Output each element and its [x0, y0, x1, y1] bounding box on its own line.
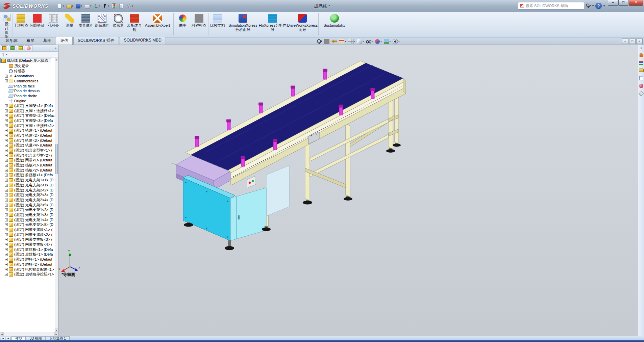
tree-item[interactable]: +(固定) 支脚；连接杆<1>	[0, 108, 54, 113]
tree-item[interactable]: +(固定) 轨道<4> (Défaut	[0, 143, 54, 148]
ribbon-button-assemblyxpert[interactable]: AssemblyXpert	[143, 13, 172, 36]
expander[interactable]: +	[5, 124, 8, 127]
expander[interactable]: +	[5, 114, 8, 117]
section-view-button[interactable]: ▾	[338, 38, 347, 45]
tab-SOLIDWORKS MBD[interactable]: SOLIDWORKS MBD	[120, 37, 166, 45]
expander[interactable]: +	[5, 223, 8, 226]
expander[interactable]: +	[5, 273, 8, 276]
tree-item[interactable]: +(固定) 支脚；连接杆<2>	[0, 123, 54, 128]
taskpane-appearances-button[interactable]	[639, 83, 644, 88]
sensor-bracket[interactable]	[291, 86, 295, 96]
filter-dropdown-arrow[interactable]: ▾	[6, 53, 7, 56]
expander[interactable]: +	[5, 258, 8, 261]
sensor-bracket[interactable]	[323, 69, 327, 79]
tree-item[interactable]: +(固定) 挡板<2> (Défaut	[0, 168, 54, 173]
sensor-bracket[interactable]	[259, 103, 263, 113]
expander[interactable]: +	[5, 134, 8, 137]
tree-item[interactable]: +(固定) 光电支架1<3> (D	[0, 212, 54, 217]
hide-show-items-button[interactable]: ▾	[365, 38, 374, 45]
ribbon-button-measure[interactable]: 测量	[61, 13, 78, 36]
scroll-left-arrow[interactable]: ◀	[0, 332, 4, 336]
tree-item[interactable]: +Annotations	[0, 74, 54, 79]
dropdown-arrow[interactable]: ▾	[81, 5, 82, 7]
search-input[interactable]: 搜索 SOLIDWORKS 帮助	[518, 2, 584, 9]
tree-item[interactable]: +(固定) 支脚架<1> (Défa	[0, 103, 54, 108]
help-dropdown-arrow[interactable]: ▾	[603, 4, 605, 7]
expander[interactable]: +	[5, 268, 8, 271]
tab-SOLIDWORKS 插件[interactable]: SOLIDWORKS 插件	[73, 37, 119, 45]
sensor-bracket[interactable]	[227, 120, 231, 130]
dropdown-arrow[interactable]: ▾	[90, 5, 92, 7]
tree-item[interactable]: +(固定) 光电支架2<3> (D	[0, 192, 54, 198]
zoom-area-button[interactable]	[323, 38, 330, 45]
expander[interactable]: +	[5, 189, 8, 192]
tree-item[interactable]: Plan de dessus	[0, 88, 54, 94]
ribbon-button-hole-align[interactable]: 孔对齐	[45, 13, 61, 36]
expander[interactable]: +	[5, 149, 8, 152]
ribbon-button-simulationxpress[interactable]: SimulationXpress分析向导	[228, 13, 258, 36]
rebuild-button[interactable]	[111, 2, 117, 10]
display-style-button[interactable]: ▾	[356, 38, 365, 45]
dropdown-arrow[interactable]: ▾	[108, 5, 109, 7]
dropdown-arrow[interactable]: ▾	[380, 40, 382, 43]
expander[interactable]: +	[5, 233, 8, 236]
ribbon-button-assembly-visual[interactable]: 装配体直观	[126, 13, 143, 36]
panel-tab-propertymanager[interactable]	[9, 45, 16, 51]
tree-item[interactable]: +(固定) 铝合金型材<2> (	[0, 153, 54, 158]
tree-item[interactable]: +(固定) 电控箱装配体<1>	[0, 267, 54, 272]
dropdown-arrow[interactable]: ▾	[398, 40, 400, 43]
doc-minimize-button[interactable]: –	[622, 38, 628, 44]
expander[interactable]: +	[5, 139, 8, 142]
tree-item[interactable]: +(固定) 网带支撑板<3> (	[0, 237, 54, 242]
tree-vertical-scrollbar[interactable]: ▲ ▼	[55, 58, 58, 332]
tree-item[interactable]: +(固定) 光电支架1<5> (D	[0, 222, 54, 228]
tree-horizontal-scrollbar[interactable]: ◀ ▶	[0, 332, 58, 336]
tree-item[interactable]: Origine	[0, 98, 54, 103]
expander[interactable]: +	[5, 213, 8, 216]
taskpane-collapse-button[interactable]: «	[640, 46, 642, 50]
tree-item[interactable]: +(固定) 光电支架1<2> (D	[0, 207, 54, 212]
tree-item[interactable]: 传感器	[0, 69, 54, 74]
tree-item[interactable]: +(固定) 光电支架1<1> (D	[0, 178, 54, 183]
bottom-tab-运动算例 1[interactable]: 运动算例 1	[46, 336, 70, 340]
panel-tabs-overflow[interactable]: »	[54, 46, 57, 50]
tree-item[interactable]: Plan de face	[0, 83, 54, 88]
expander[interactable]: +	[5, 238, 8, 241]
dropdown-arrow[interactable]: ▾	[63, 5, 64, 7]
scroll-button[interactable]: ◀	[1, 337, 5, 340]
expander[interactable]: +	[5, 119, 8, 122]
bottom-tab-模型[interactable]: 模型	[11, 336, 26, 340]
expander[interactable]: +	[5, 164, 8, 167]
tree-item[interactable]: +(固定) 网带<1> (Défaut	[0, 158, 54, 163]
tab-草图[interactable]: 草图	[39, 37, 56, 45]
expander[interactable]: +	[5, 154, 8, 157]
panel-tab-featuremanager[interactable]	[1, 45, 8, 51]
tab-评估[interactable]: 评估	[56, 37, 73, 45]
view-settings-button[interactable]: ▾	[392, 38, 400, 45]
tree-item[interactable]: +(固定) 轨道<1> (Défaut	[0, 128, 54, 133]
expander[interactable]: +	[5, 169, 8, 172]
search-dropdown-arrow[interactable]: ▾	[592, 4, 594, 7]
tree-item[interactable]: +(固定) 网带支撑板<1> (	[0, 227, 54, 232]
file-properties-button[interactable]	[118, 2, 125, 10]
edit-appearance-button[interactable]: ▾	[374, 38, 382, 45]
expander[interactable]: +	[5, 174, 8, 177]
expander[interactable]: +	[5, 193, 8, 196]
tree-item[interactable]: +(固定) 铝合金型材<1> (	[0, 148, 54, 153]
tree-item[interactable]: +(固定) 后封板<1> (Défa	[0, 252, 54, 257]
expander[interactable]: +	[5, 75, 8, 78]
tab-装配体[interactable]: 装配体	[1, 37, 22, 45]
tree-item[interactable]: +(固定) 前挡板<1> (Défa	[0, 173, 54, 178]
expander[interactable]: +	[5, 263, 8, 266]
ribbon-button-clearance[interactable]: 间隙验证	[29, 13, 45, 36]
expander[interactable]: +	[5, 159, 8, 162]
taskpane-custom-properties-button[interactable]	[639, 91, 644, 96]
expander[interactable]: +	[5, 109, 8, 112]
sensor-bracket[interactable]	[371, 88, 375, 99]
tree-item[interactable]: +(固定) 光电支架2<4> (D	[0, 198, 54, 203]
doc-close-button[interactable]: ×	[636, 38, 643, 44]
doc-restore-button[interactable]: □	[629, 38, 636, 44]
bottom-tab-3D 视图[interactable]: 3D 视图	[26, 336, 46, 340]
sensor-bracket[interactable]	[241, 156, 245, 166]
filter-funnel-icon[interactable]	[1, 53, 5, 56]
